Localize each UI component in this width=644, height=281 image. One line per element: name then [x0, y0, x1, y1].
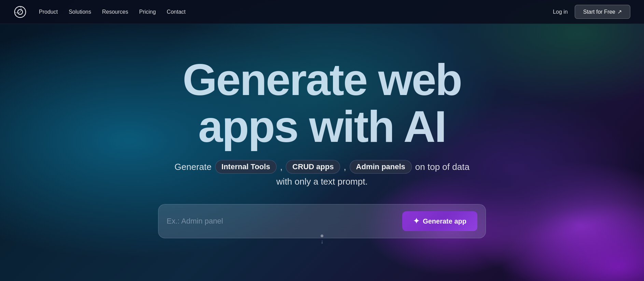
- tag-internal-tools[interactable]: Internal Tools: [215, 160, 277, 174]
- subtitle-prefix: Generate: [174, 162, 211, 172]
- scroll-indicator: ↓: [321, 235, 323, 245]
- generate-app-button[interactable]: ✦ Generate app: [402, 211, 477, 231]
- tag-crud-apps[interactable]: CRUD apps: [286, 160, 340, 174]
- start-arrow-icon: ↗: [617, 9, 622, 15]
- hero-section: Generate web apps with AI Generate Inter…: [0, 0, 644, 281]
- nav-left: Product Solutions Resources Pricing Cont…: [14, 5, 186, 18]
- generate-app-label: Generate app: [423, 217, 466, 225]
- nav-item-contact[interactable]: Contact: [167, 9, 185, 15]
- scroll-dot: [321, 235, 323, 237]
- subtitle-comma1: ,: [280, 162, 282, 172]
- hero-subtitle: Generate Internal Tools , CRUD apps , Ad…: [174, 160, 470, 174]
- nav-item-product[interactable]: Product: [39, 9, 58, 15]
- nav-item-solutions[interactable]: Solutions: [69, 9, 91, 15]
- start-free-label: Start for Free: [583, 9, 615, 15]
- scroll-arrow-icon: ↓: [321, 239, 323, 245]
- logo[interactable]: [14, 5, 27, 18]
- nav-item-pricing[interactable]: Pricing: [139, 9, 156, 15]
- nav-right: Log in Start for Free ↗: [553, 5, 630, 19]
- subtitle-suffix: on top of data: [415, 162, 470, 172]
- tag-admin-panels[interactable]: Admin panels: [350, 160, 412, 174]
- sparkle-icon: ✦: [413, 217, 419, 226]
- hero-subtitle-line2: with only a text prompt.: [276, 176, 367, 187]
- login-button[interactable]: Log in: [553, 9, 568, 15]
- hero-title-line1: Generate web: [183, 55, 462, 105]
- hero-content: Generate web apps with AI Generate Inter…: [158, 43, 486, 238]
- hero-title: Generate web apps with AI: [183, 56, 462, 150]
- prompt-container: ✦ Generate app ↓: [158, 204, 486, 238]
- start-free-button[interactable]: Start for Free ↗: [575, 5, 630, 19]
- prompt-input[interactable]: [167, 214, 402, 228]
- nav-links: Product Solutions Resources Pricing Cont…: [39, 9, 186, 15]
- hero-title-line2: apps with AI: [198, 102, 446, 151]
- navbar: Product Solutions Resources Pricing Cont…: [0, 0, 644, 24]
- nav-item-resources[interactable]: Resources: [102, 9, 128, 15]
- subtitle-comma2: ,: [344, 162, 346, 172]
